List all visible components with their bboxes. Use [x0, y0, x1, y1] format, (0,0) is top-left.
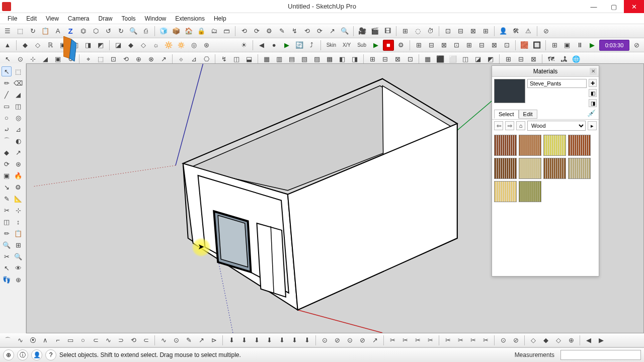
- tool-button[interactable]: 🔍: [13, 251, 23, 261]
- toolbar-button[interactable]: ⊙: [498, 335, 509, 346]
- menu-tools[interactable]: Tools: [117, 15, 140, 22]
- toolbar-button[interactable]: ⊘: [357, 335, 368, 346]
- swatch-wood-walnut[interactable]: [494, 158, 517, 179]
- toolbar-button[interactable]: ▣: [57, 40, 68, 51]
- toolbar-button[interactable]: 🔒: [196, 26, 207, 37]
- toolbar-button[interactable]: Sub: [355, 40, 369, 51]
- toolbar-button[interactable]: ⊟: [426, 40, 437, 51]
- menu-window[interactable]: Window: [140, 15, 171, 22]
- toolbar-button[interactable]: ○: [77, 335, 89, 346]
- toolbar-button[interactable]: 🔲: [531, 40, 542, 51]
- toolbar-button[interactable]: ▭: [65, 335, 76, 346]
- toolbar-button[interactable]: ⊞: [413, 40, 424, 51]
- swatch-wood-oak[interactable]: [519, 135, 541, 156]
- toolbar-button[interactable]: ⊂: [90, 335, 101, 346]
- toolbar-button[interactable]: ✂: [412, 335, 423, 346]
- toolbar-button[interactable]: ⬇: [301, 335, 312, 346]
- toolbar-button[interactable]: ☰: [2, 26, 13, 37]
- tool-button[interactable]: ↖: [2, 263, 12, 273]
- record-stop-button[interactable]: ■: [383, 40, 394, 51]
- toolbar-button[interactable]: ⟳: [314, 26, 325, 37]
- toolbar-button[interactable]: ⊂: [140, 335, 151, 346]
- swatch-wood-mahogany[interactable]: [568, 135, 591, 156]
- toolbar-button[interactable]: 🧱: [519, 40, 530, 51]
- toolbar-button[interactable]: ⟲: [238, 26, 250, 37]
- toolbar-button[interactable]: ↻: [27, 26, 38, 37]
- toolbar-button[interactable]: ✂: [455, 335, 466, 346]
- toolbar-button[interactable]: ⚙: [395, 40, 407, 51]
- play-button[interactable]: ▶: [370, 40, 381, 51]
- swatch-wood-cherry[interactable]: [494, 135, 517, 156]
- toolbar-button[interactable]: ⊡: [442, 26, 453, 37]
- toolbar-button[interactable]: ↺: [103, 26, 114, 37]
- toolbar-button[interactable]: ⌐: [52, 335, 63, 346]
- close-button[interactable]: ✕: [624, 0, 644, 13]
- toolbar-button[interactable]: ⊘: [631, 40, 642, 51]
- menu-edit[interactable]: Edit: [22, 15, 41, 22]
- tool-button[interactable]: 📐: [13, 194, 23, 204]
- library-menu-button[interactable]: ▸: [588, 121, 597, 130]
- nav-forward-button[interactable]: ⇨: [505, 121, 514, 130]
- swatch-wood-teak[interactable]: [543, 158, 566, 179]
- toolbar-button[interactable]: ⊘: [510, 335, 521, 346]
- toolbar-button[interactable]: ⚙: [264, 26, 275, 37]
- toolbar-button[interactable]: ∿: [15, 335, 26, 346]
- toolbar-button[interactable]: ◇: [553, 335, 564, 346]
- toolbar-button[interactable]: ⌒: [2, 335, 13, 346]
- tool-button[interactable]: ✏: [2, 228, 12, 238]
- toolbar-button[interactable]: ∿: [158, 335, 169, 346]
- toolbar-button[interactable]: ⊘: [540, 26, 551, 37]
- toolbar-button[interactable]: ◆: [20, 40, 31, 51]
- toolbar-button[interactable]: ⏣: [77, 26, 89, 37]
- toolbar-button[interactable]: ⬇: [264, 335, 275, 346]
- back-face-button[interactable]: ◨: [589, 99, 597, 107]
- toolbar-button[interactable]: ◧: [70, 40, 81, 51]
- play-button[interactable]: ▶: [281, 40, 292, 51]
- toolbar-button[interactable]: ◇: [138, 40, 149, 51]
- tool-button[interactable]: ◎: [13, 113, 23, 123]
- toolbar-button[interactable]: Skin: [324, 40, 339, 51]
- toolbar-button[interactable]: 🏠: [183, 26, 194, 37]
- toolbar-button[interactable]: ⊙: [319, 335, 330, 346]
- toolbar-button[interactable]: ⬡: [90, 26, 101, 37]
- toolbar-button[interactable]: ▶: [596, 335, 607, 346]
- toolbar-button[interactable]: ⊠: [489, 40, 500, 51]
- swatch-wood-ash[interactable]: [519, 158, 541, 179]
- toolbar-button[interactable]: ∧: [40, 335, 51, 346]
- toolbar-button[interactable]: 📦: [171, 26, 182, 37]
- toolbar-button[interactable]: ↗: [369, 335, 380, 346]
- toolbar-button[interactable]: 🎥: [357, 26, 368, 37]
- menu-file[interactable]: File: [3, 15, 22, 22]
- toolbar-button[interactable]: ∿: [103, 335, 114, 346]
- materials-close-button[interactable]: ✕: [590, 68, 597, 75]
- tool-button[interactable]: ⬚: [13, 66, 23, 76]
- menu-extensions[interactable]: Extensions: [171, 15, 209, 22]
- toolbar-button[interactable]: 🔆: [163, 40, 174, 51]
- maximize-button[interactable]: ▢: [604, 0, 624, 13]
- tool-button[interactable]: ⟳: [2, 159, 12, 169]
- toolbar-button[interactable]: ⊞: [463, 40, 474, 51]
- toolbar-button[interactable]: ⊟: [476, 40, 487, 51]
- tool-button[interactable]: ✂: [2, 251, 12, 261]
- nav-back-button[interactable]: ⇦: [494, 121, 503, 130]
- menu-view[interactable]: View: [41, 15, 63, 22]
- toolbar-button[interactable]: ◪: [113, 40, 124, 51]
- nav-home-button[interactable]: ⌂: [516, 121, 525, 130]
- toolbar-button[interactable]: 🛠: [510, 26, 521, 37]
- toolbar-button[interactable]: ⊛: [201, 40, 212, 51]
- toolbar-button[interactable]: 🗃: [221, 26, 232, 37]
- toolbar-button[interactable]: ⊙: [344, 335, 355, 346]
- toolbar-button[interactable]: ⟳: [251, 26, 262, 37]
- toolbar-button[interactable]: ✂: [387, 335, 398, 346]
- select-tool[interactable]: ↖: [2, 66, 12, 76]
- tool-button[interactable]: ⊿: [13, 124, 23, 134]
- tool-button[interactable]: ◫: [13, 101, 23, 111]
- tool-button[interactable]: ◫: [2, 217, 12, 227]
- toolbar-button[interactable]: ▣: [561, 40, 573, 51]
- tool-button[interactable]: ⊞: [13, 240, 23, 250]
- tool-button[interactable]: ⌫: [13, 78, 23, 88]
- toolbar-button[interactable]: ⊞: [399, 26, 411, 37]
- toolbar-button[interactable]: ⊞: [549, 40, 560, 51]
- toolbar-button[interactable]: ⬇: [238, 335, 250, 346]
- tool-button[interactable]: ◐: [13, 136, 23, 146]
